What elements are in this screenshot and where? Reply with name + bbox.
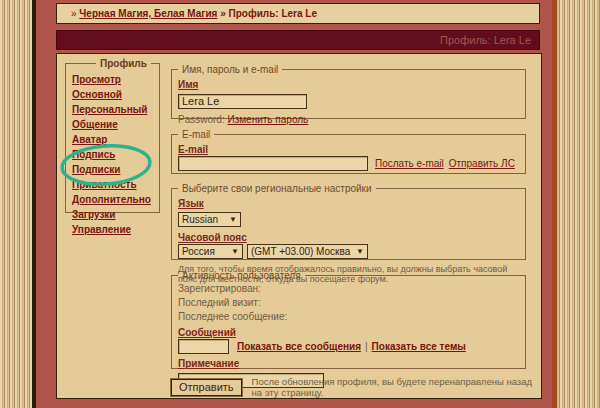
sidebar-link-view[interactable]: Просмотр (72, 74, 121, 85)
user-activity-section: Активность пользователя Зарегистрирован:… (171, 270, 526, 369)
password-row: Password: Изменить пароль (178, 114, 519, 126)
note-label: Примечание (178, 358, 519, 369)
page-frame: » Черная Магия, Белая Магия » Профиль: L… (32, 0, 557, 408)
sidebar-link-basic[interactable]: Основной (72, 89, 122, 100)
chevron-down-icon: ▼ (231, 248, 239, 256)
posts-label: Сообщений (178, 327, 519, 338)
password-label: Password: (178, 114, 225, 125)
last-post-label: Последнее сообщение: (178, 311, 519, 323)
sidebar-item-personal: Персональный (72, 103, 153, 114)
sidebar-item-additional: Дополнительно (72, 193, 153, 204)
submit-button[interactable]: Отправить (171, 379, 242, 396)
email-legend: E-mail (178, 129, 214, 140)
sidebar-link-signature[interactable]: Подпись (72, 149, 115, 160)
chevron-down-icon: ▼ (356, 248, 364, 256)
email-label: E-mail (178, 144, 519, 155)
show-all-topics-link[interactable]: Показать все темы (372, 341, 466, 352)
sidebar-link-uploads[interactable]: Загрузки (72, 209, 116, 220)
chevron-down-icon: ▼ (229, 216, 237, 224)
profile-menu-legend: Профиль (96, 58, 151, 69)
breadcrumb-current: » Профиль: Lera Le (220, 8, 317, 19)
country-select-value: Россия (182, 246, 215, 257)
breadcrumb-prefix: » (71, 8, 77, 19)
sidebar-item-signature: Подпись (72, 148, 153, 159)
regional-settings-section: Выберите свои региональные настройки Язы… (171, 183, 526, 260)
submit-row: Отправить После обновления профиля, вы б… (171, 376, 541, 398)
sidebar-link-subscriptions[interactable]: Подписки (72, 164, 120, 175)
sidebar-link-communication[interactable]: Общение (72, 119, 118, 130)
email-input[interactable] (178, 156, 368, 171)
timezone-label: Часовой пояс (178, 232, 519, 243)
sidebar-item-management: Управление (72, 223, 153, 234)
profile-menu: Профиль Просмотр Основной Персональный О… (65, 58, 160, 213)
send-pm-link[interactable]: Отправить ЛС (449, 158, 515, 169)
sidebar-link-personal[interactable]: Персональный (72, 104, 147, 115)
posts-input[interactable] (178, 339, 229, 354)
sidebar-link-avatar[interactable]: Аватар (72, 134, 107, 145)
show-all-posts-link[interactable]: Показать все сообщения (237, 341, 361, 352)
sidebar-link-privacy[interactable]: Приватность (72, 179, 137, 190)
language-label: Язык (178, 198, 519, 209)
registered-label: Зарегистрирован: (178, 283, 519, 295)
sidebar-item-subscriptions: Подписки (72, 163, 153, 174)
last-visit-label: Последний визит: (178, 297, 519, 309)
language-select-value: Russian (182, 214, 218, 225)
regional-settings-legend: Выберите свои региональные настройки (178, 183, 376, 194)
sidebar-item-communication: Общение (72, 118, 153, 129)
user-activity-legend: Активность пользователя (178, 270, 305, 281)
links-separator: | (365, 341, 368, 352)
sidebar-item-basic: Основной (72, 88, 153, 99)
email-section: E-mail E-mail Послать e-mail Отправить Л… (171, 129, 526, 174)
main-content: Профиль Просмотр Основной Персональный О… (56, 53, 542, 399)
timezone-select[interactable]: (GMT +03.00) Москва ▼ (247, 244, 368, 259)
sidebar-item-view: Просмотр (72, 73, 153, 84)
change-password-link[interactable]: Изменить пароль (227, 114, 308, 125)
name-password-legend: Имя, пароль и e-mail (178, 64, 282, 75)
profile-menu-list: Просмотр Основной Персональный Общение А… (72, 73, 153, 234)
name-password-section: Имя, пароль и e-mail Имя Password: Измен… (171, 64, 526, 119)
send-email-link[interactable]: Послать e-mail (375, 158, 444, 169)
sidebar-item-privacy: Приватность (72, 178, 153, 189)
language-select[interactable]: Russian ▼ (178, 212, 241, 227)
page-title: Профиль: Lera Le (56, 30, 540, 50)
timezone-select-value: (GMT +03.00) Москва (251, 246, 350, 257)
sidebar-item-avatar: Аватар (72, 133, 153, 144)
sidebar-link-additional[interactable]: Дополнительно (72, 194, 151, 205)
breadcrumb: » Черная Магия, Белая Магия » Профиль: L… (56, 3, 540, 24)
sidebar-link-management[interactable]: Управление (72, 224, 131, 235)
country-select[interactable]: Россия ▼ (178, 244, 243, 259)
name-input[interactable] (178, 94, 307, 109)
name-label: Имя (178, 79, 519, 90)
submit-note: После обновления профиля, вы будете пере… (252, 376, 541, 398)
breadcrumb-forum-link[interactable]: Черная Магия, Белая Магия (79, 8, 217, 19)
sidebar-item-uploads: Загрузки (72, 208, 153, 219)
